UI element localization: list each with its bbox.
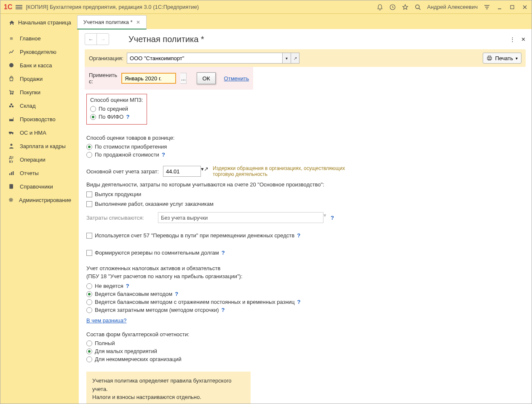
main-menu-icon[interactable] — [16, 5, 22, 9]
mpz-option-avg[interactable]: По средней — [90, 105, 143, 113]
reporting-option-nonprofit[interactable]: Для некоммерческих организаций — [86, 355, 524, 363]
reporting-option-small[interactable]: Для малых предприятий — [86, 347, 524, 355]
bag-icon — [8, 75, 15, 82]
activity-production[interactable]: Выпуск продукции — [86, 189, 524, 199]
writeoff-label: Затраты списываются: — [86, 215, 154, 221]
deferred-option-balance-diff[interactable]: Ведется балансовым методом с отражением … — [86, 298, 524, 306]
cart-icon — [8, 89, 15, 96]
maximize-icon[interactable] — [509, 4, 516, 11]
more-icon[interactable]: ⋮ — [510, 36, 515, 43]
org-dropdown-icon[interactable]: ▾ — [283, 53, 291, 64]
page-title: Учетная политика * — [128, 35, 204, 44]
bars-icon — [8, 170, 15, 176]
apply-date-input[interactable] — [121, 73, 176, 84]
sidebar-item-manager[interactable]: Руководителю — [0, 45, 79, 58]
search-icon[interactable] — [414, 4, 421, 11]
deferred-option-none[interactable]: Не ведется ? — [86, 282, 524, 290]
sidebar-item-main[interactable]: ≡Главное — [0, 32, 79, 45]
sidebar-item-catalogs[interactable]: Справочники — [0, 180, 79, 193]
cost-hint: Издержки обращения в организациях, осуще… — [213, 165, 360, 177]
star-icon[interactable] — [402, 4, 409, 11]
cancel-link[interactable]: Отменить — [224, 75, 249, 82]
sidebar-item-admin[interactable]: Администрирование — [0, 193, 79, 207]
cost-dropdown-icon[interactable]: ▾ — [201, 166, 204, 177]
gear-icon — [8, 197, 14, 203]
help-icon[interactable]: ? — [297, 299, 301, 305]
sidebar-item-purchases[interactable]: Покупки — [0, 85, 79, 99]
org-open-icon[interactable]: ↗ — [291, 53, 299, 64]
print-button[interactable]: Печать ▾ — [483, 53, 521, 64]
reserves-checkbox[interactable]: Формируются резервы по сомнительным долг… — [86, 248, 524, 258]
help-icon[interactable]: ? — [126, 283, 129, 289]
help-icon[interactable]: ? — [222, 307, 225, 313]
sidebar-item-assets[interactable]: ОС и НМА — [0, 126, 79, 139]
help-icon[interactable]: ? — [126, 114, 129, 120]
svg-point-5 — [12, 93, 13, 94]
bell-icon[interactable] — [377, 4, 383, 11]
mpz-group: Способ оценки МПЗ: По средней По ФИФО ? — [86, 94, 147, 125]
username[interactable]: Андрей Алексеевич — [427, 4, 478, 10]
close-page-icon[interactable]: ✕ — [521, 36, 526, 43]
settings-lines-icon[interactable] — [484, 4, 490, 11]
factory-icon — [8, 116, 15, 122]
chart-up-icon — [8, 48, 15, 55]
home-icon — [9, 20, 15, 26]
close-window-icon[interactable] — [521, 4, 528, 11]
book-icon — [8, 183, 15, 190]
svg-rect-15 — [10, 184, 13, 189]
activity-services[interactable]: Выполнение работ, оказание услуг заказчи… — [86, 199, 524, 209]
help-icon[interactable]: ? — [175, 291, 178, 297]
deferred-option-balance[interactable]: Ведется балансовым методом ? — [86, 290, 524, 298]
retail-option-sale[interactable]: По продажной стоимости ? — [86, 151, 524, 159]
sidebar-item-bank[interactable]: Банк и касса — [0, 58, 79, 72]
sidebar: ≡Главное Руководителю Банк и касса Прода… — [0, 29, 79, 404]
deferred-title1: Учет отложенных налоговых активов и обяз… — [86, 265, 524, 271]
forward-button[interactable]: → — [97, 34, 109, 45]
writeoff-dropdown-icon: ▾ — [323, 212, 326, 223]
svg-rect-6 — [9, 106, 11, 107]
sidebar-item-operations[interactable]: ДтКтОперации — [0, 153, 79, 166]
svg-point-1 — [416, 5, 420, 8]
minimize-icon[interactable] — [496, 4, 503, 11]
tab-home[interactable]: Начальная страница — [3, 16, 77, 29]
org-input[interactable] — [127, 53, 283, 64]
help-icon[interactable]: ? — [297, 232, 300, 239]
date-picker-button[interactable]: ... — [180, 73, 187, 84]
ok-button[interactable]: ОК — [197, 72, 215, 84]
cost-open-icon[interactable]: ↗ — [204, 166, 209, 177]
coin-icon — [8, 62, 15, 69]
svg-point-3 — [9, 63, 13, 67]
deferred-title2: (ПБУ 18 "Учет расчетов по налогу на приб… — [86, 273, 524, 279]
back-button[interactable]: ← — [85, 34, 97, 45]
reporting-title: Состав форм бухгалтерской отчетности: — [86, 331, 524, 338]
acc57-checkbox[interactable]: Используется счет 57 "Переводы в пути" п… — [86, 231, 524, 240]
retail-option-cost[interactable]: По стоимости приобретения — [86, 143, 524, 151]
boxes-icon — [8, 102, 15, 109]
help-icon[interactable]: ? — [162, 152, 165, 158]
sidebar-item-salary[interactable]: Зарплата и кадры — [0, 139, 79, 153]
activities-title: Виды деятельности, затраты по которым уч… — [86, 181, 524, 188]
sidebar-item-sales[interactable]: Продажи — [0, 72, 79, 85]
chevron-down-icon: ▾ — [516, 56, 518, 61]
sidebar-item-production[interactable]: Производство — [0, 112, 79, 126]
difference-link[interactable]: В чем разница? — [86, 317, 126, 324]
svg-rect-14 — [13, 171, 14, 175]
cost-account-input[interactable] — [163, 166, 201, 177]
tab-close-icon[interactable]: ✕ — [136, 19, 140, 25]
svg-rect-2 — [511, 5, 514, 9]
footer-info: Учетная политика определяет правила бухг… — [86, 372, 251, 404]
tab-accounting-policy[interactable]: Учетная политика * ✕ — [77, 15, 147, 29]
writeoff-select — [158, 212, 323, 223]
tab-current-label: Учетная политика * — [83, 19, 133, 25]
sidebar-item-warehouse[interactable]: Склад — [0, 99, 79, 112]
help-icon[interactable]: ? — [331, 215, 334, 221]
history-icon[interactable] — [389, 4, 396, 11]
svg-point-9 — [10, 133, 11, 135]
help-icon[interactable]: ? — [222, 250, 225, 256]
cost-label: Основной счет учета затрат: — [86, 168, 159, 175]
reporting-option-full[interactable]: Полный — [86, 339, 524, 347]
svg-point-4 — [11, 93, 11, 94]
deferred-option-cost[interactable]: Ведется затратным методом (методом отсро… — [86, 306, 524, 314]
mpz-option-fifo[interactable]: По ФИФО ? — [90, 113, 143, 121]
sidebar-item-reports[interactable]: Отчеты — [0, 166, 79, 180]
